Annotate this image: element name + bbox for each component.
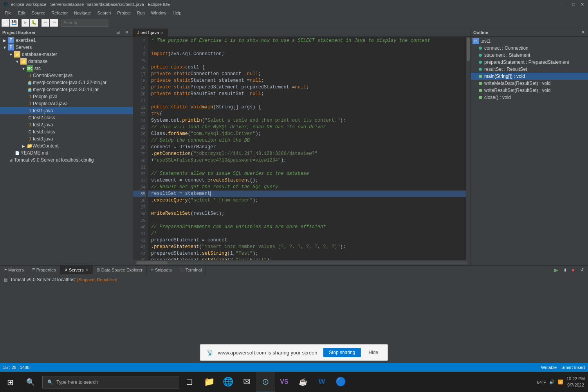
maximize-button[interactable]: □	[571, 2, 576, 7]
redo-button[interactable]: ↪	[50, 19, 58, 27]
code-text[interactable]: * The purpose of Exercise 1 is to show h…	[148, 37, 466, 260]
menu-source[interactable]: Source	[29, 10, 49, 16]
taskbar-mail[interactable]: ✉	[237, 372, 256, 392]
code-line-24: System.out.println("Select a table and t…	[148, 117, 466, 124]
collapse-all-button[interactable]: ⊟	[114, 29, 122, 36]
close-button[interactable]: ✕	[579, 2, 585, 7]
horizontal-scrollbar-thumb[interactable]	[136, 261, 168, 264]
menu-bar: File Edit Source Refactor Navigate Searc…	[0, 9, 588, 17]
run-button[interactable]: ▶	[22, 19, 29, 27]
server-icon-tomcat: 🖥	[8, 157, 14, 163]
snippets-icon: ✂	[151, 268, 154, 272]
tree-item-mysql-5[interactable]: 🫙 mysql-connector-java-5.1.32-bin.jar	[0, 79, 133, 86]
tree-item-src[interactable]: ▼ src src	[0, 65, 133, 72]
stop-server-button[interactable]: ■	[569, 266, 577, 274]
tree-item-controlservlet[interactable]: J ControlServlet.java	[0, 72, 133, 79]
restart-server-button[interactable]: ↺	[578, 266, 586, 274]
tab-snippets[interactable]: ✂ Snippets	[147, 266, 176, 274]
taskbar-browser[interactable]: 🌐	[218, 372, 237, 392]
taskbar-search-bar[interactable]: 🔍 Type here to search	[42, 376, 179, 388]
menu-refactor[interactable]: Refactor	[49, 10, 71, 16]
outline-item-statement[interactable]: statement : Statement	[471, 52, 588, 59]
tree-item-exercise1[interactable]: ▶ P exercise1	[0, 37, 133, 44]
taskbar-java[interactable]: ☕	[294, 372, 312, 392]
undo-button[interactable]: ↩	[41, 19, 49, 27]
tree-item-tomcat-config[interactable]: 🖥 Tomcat v9.0 Server at localhost-config	[0, 156, 133, 164]
tab-close-button[interactable]: ✕	[161, 31, 164, 35]
folder-icon-webcontent: 📁	[27, 143, 32, 149]
hide-button[interactable]: Hide	[365, 348, 381, 357]
outline-item-connect[interactable]: connect : Connection	[471, 45, 588, 52]
tree-item-database[interactable]: ▼ 📁 database	[0, 58, 133, 65]
outline-label-main: main(String[]) : void	[484, 74, 525, 79]
close-outline-button[interactable]: ✕	[580, 30, 586, 35]
horizontal-scrollbar[interactable]	[136, 261, 467, 264]
debug-button[interactable]: 🐛	[30, 19, 38, 27]
server-item-tomcat[interactable]: 🖥 Tomcat v9.0 Server at localhost [Stopp…	[3, 276, 585, 284]
vertical-scrollbar[interactable]	[466, 37, 471, 260]
line-num-7: 7	[133, 44, 146, 51]
tree-item-test2java[interactable]: J test2.java	[0, 121, 133, 128]
minimize-button[interactable]: —	[562, 2, 568, 7]
start-server-button[interactable]: ▶	[552, 266, 560, 274]
toolbar-search-input[interactable]	[61, 19, 108, 27]
stop-sharing-button[interactable]: Stop sharing	[323, 348, 361, 357]
tab-datasource[interactable]: 🗄 Data Source Explorer	[93, 266, 147, 274]
outline-item-preparedstatement[interactable]: preparedStatement : PreparedStatement	[471, 59, 588, 66]
pause-server-button[interactable]: ⏸	[561, 266, 568, 274]
tree-item-test2class[interactable]: C test2.class	[0, 114, 133, 121]
outline-item-close[interactable]: close() : void	[471, 94, 588, 101]
tree-item-people[interactable]: J People.java	[0, 93, 133, 100]
tree-item-readme[interactable]: 📄 README.md	[0, 149, 133, 156]
taskbar-eclipse[interactable]: ⊙	[256, 372, 275, 392]
tree-item-test3java[interactable]: J test3.java	[0, 135, 133, 142]
menu-file[interactable]: File	[2, 10, 15, 16]
tree-item-database-master[interactable]: ▼ 📁 database-master	[0, 51, 133, 58]
taskbar-file-explorer[interactable]: 📁	[200, 372, 218, 392]
taskbar-clock[interactable]: 10:22 PM 9/7/2022	[566, 376, 585, 388]
close-explorer-button[interactable]: ✕	[123, 29, 130, 36]
jar-icon-mysql8: 🫙	[27, 86, 33, 93]
taskbar-word[interactable]: W	[312, 372, 331, 392]
tree-item-test1[interactable]: J test1.java	[0, 107, 133, 114]
menu-window[interactable]: Window	[148, 10, 170, 16]
code-editor[interactable]: 2 7 8 15 16 17 18 19 20 21 22 23 24 25 2…	[133, 37, 471, 260]
toolbar: 📄 💾 ▶ 🐛 ↩ ↪	[0, 17, 588, 28]
sound-icon: 📶	[558, 379, 563, 385]
menu-search[interactable]: Search	[94, 10, 114, 16]
tree-item-webcontent[interactable]: ▶ 📁 WebContent	[0, 142, 133, 149]
outline-item-resultset[interactable]: resultSet : ResultSet	[471, 66, 588, 73]
menu-run[interactable]: Run	[134, 10, 148, 16]
taskbar-chrome[interactable]: 🔵	[331, 372, 350, 392]
outline-item-writemetadata[interactable]: writeMetaData(ResultSet) : void	[471, 80, 588, 87]
tab-terminal[interactable]: ⬛ Terminal	[176, 266, 206, 274]
status-insert: Smart Insert	[561, 365, 585, 370]
tree-label-test3class: test3.class	[33, 129, 55, 135]
line-num-24: 24	[133, 117, 146, 124]
tab-properties[interactable]: ☰ Properties	[28, 266, 60, 274]
close-servers-tab[interactable]: ✕	[85, 268, 88, 272]
save-button[interactable]: 💾	[10, 19, 18, 27]
project-icon-servers: P	[8, 44, 14, 50]
tab-markers[interactable]: ⚑ Markers	[0, 266, 28, 274]
menu-navigate[interactable]: Navigate	[71, 10, 94, 16]
start-button[interactable]: ⊞	[0, 372, 20, 392]
outline-item-test1-class[interactable]: C test1	[471, 38, 588, 45]
tab-servers[interactable]: 🖥 Servers ✕	[60, 266, 93, 274]
menu-edit[interactable]: Edit	[15, 10, 29, 16]
task-view-button[interactable]: ❑	[179, 372, 200, 392]
scrollbar-thumb[interactable]	[467, 38, 470, 61]
search-taskbar-button[interactable]: 🔍	[20, 372, 41, 392]
tree-item-servers[interactable]: ▼ P Servers	[0, 44, 133, 51]
tab-test1[interactable]: J test1.java ✕	[133, 29, 168, 36]
code-line-22: public static void main(String[] args) {	[148, 104, 466, 111]
outline-item-writeresultset[interactable]: writeResultSet(ResultSet) : void	[471, 87, 588, 94]
tree-item-mysql-8[interactable]: 🫙 mysql-connector-java-8.0.13.jar	[0, 86, 133, 93]
menu-project[interactable]: Project	[114, 10, 133, 16]
tree-item-test3class[interactable]: C test3.class	[0, 128, 133, 135]
new-button[interactable]: 📄	[2, 19, 9, 27]
taskbar-visual-studio[interactable]: VS	[275, 372, 294, 392]
tree-item-peopledao[interactable]: J PeopleDAO.java	[0, 100, 133, 107]
outline-item-main[interactable]: main(String[]) : void	[471, 73, 588, 80]
menu-help[interactable]: Help	[170, 10, 185, 16]
